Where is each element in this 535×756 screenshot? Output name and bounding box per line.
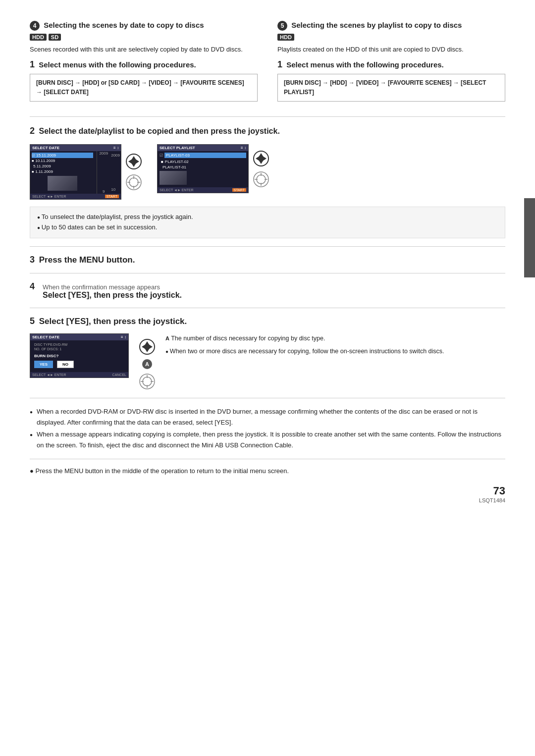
svg-marker-4 xyxy=(135,159,139,164)
circle-4: 4 xyxy=(30,21,40,31)
date-row-selected: ☑ 15.11.2009 xyxy=(32,153,93,158)
two-column-sections: 4 Selecting the scenes by date to copy t… xyxy=(30,20,505,108)
section5-desc: Playlists created on the HDD of this uni… xyxy=(277,45,505,54)
divider-6 xyxy=(30,459,505,459)
playlist-screen-group: SELECT PLAYLIST ≡ ↕ ☑ PLAYLIST-03 ■ PLAY… xyxy=(157,144,269,193)
step4-subtext: When the confirmation message appears xyxy=(43,283,182,291)
step3-header: 3 Press the MENU button. xyxy=(30,255,505,265)
step2-bullet-1: To unselect the date/playlist, press the… xyxy=(37,212,498,222)
side-tab xyxy=(524,198,535,277)
svg-point-5 xyxy=(132,160,136,163)
divider-5 xyxy=(30,398,505,398)
badge-row-4: HDD SD xyxy=(30,34,258,41)
screens-row: SELECT DATE ≡ ↕ ☑ 15.11.2009 ■ 10.11.200… xyxy=(30,144,505,200)
step5-screen-body: DISC TYPE:DVD-RW NO. OF DISCS: 1 BURN DI… xyxy=(30,340,128,372)
final-bullet-row: ● Press the MENU button in the middle of… xyxy=(30,467,505,475)
playlist-thumbnail xyxy=(160,171,187,185)
step5-joystick-icon-2 xyxy=(139,373,156,390)
joystick-up-icon-2 xyxy=(253,150,269,167)
step5-yes-btn[interactable]: YES xyxy=(34,361,53,368)
bottom-bullet-2: When a message appears indicating copyin… xyxy=(30,429,505,451)
date-screen-content: ☑ 15.11.2009 ■ 10.11.2009 5.11.2009 ■ 1.… xyxy=(30,151,121,194)
playlist-screen: SELECT PLAYLIST ≡ ↕ ☑ PLAYLIST-03 ■ PLAY… xyxy=(157,144,249,193)
joystick-select-icon xyxy=(125,174,142,191)
section5-step1: 1 Select menus with the following proced… xyxy=(277,59,505,70)
svg-marker-27 xyxy=(142,344,146,349)
date-screen-title: SELECT DATE ≡ ↕ xyxy=(30,145,121,151)
svg-point-31 xyxy=(143,377,152,386)
badge-hdd-5: HDD xyxy=(277,34,294,41)
section5-instruction: [BURN DISC] → [HDD] → [VIDEO] → [FAVOURI… xyxy=(277,74,505,102)
step5-header: 5 Select [YES], then press the joystick. xyxy=(30,316,505,326)
page-number: 73 xyxy=(479,485,505,497)
bottom-bullet-1: When a recorded DVD-RAM or DVD-RW disc i… xyxy=(30,406,505,428)
svg-point-29 xyxy=(145,345,149,349)
step5-row: SELECT DATE ≡ ↕ DISC TYPE:DVD-RW NO. OF … xyxy=(30,333,505,390)
step2-header: 2 Select the date/playlist to be copied … xyxy=(30,125,505,137)
step2-bullet-2: Up to 50 dates can be set in succession. xyxy=(37,222,498,233)
playlist-screen-footer: SELECT ◄► ENTER START xyxy=(158,187,248,193)
step5-note-bullet: When two or more discs are necessary for… xyxy=(165,346,505,356)
step5-note-a: A The number of discs necessary for copy… xyxy=(165,333,505,343)
joystick-select-icon-2 xyxy=(253,171,269,188)
badge-sd: SD xyxy=(49,34,61,41)
step5-disc-type: DISC TYPE:DVD-RW xyxy=(34,342,124,347)
step2-bullets: To unselect the date/playlist, press the… xyxy=(30,207,505,238)
badge-row-5: HDD xyxy=(277,34,505,41)
page-footer: 73 LSQT1484 xyxy=(30,485,505,503)
date-screen: SELECT DATE ≡ ↕ ☑ 15.11.2009 ■ 10.11.200… xyxy=(30,144,121,200)
circle-a-icon: A xyxy=(142,359,152,369)
playlist-screen-body: ☑ PLAYLIST-03 ■ PLAYLIST-02 PLAYLIST-01 xyxy=(158,151,248,187)
svg-marker-28 xyxy=(149,344,153,349)
section-date-header: 4 Selecting the scenes by date to copy t… xyxy=(30,20,258,31)
divider-4 xyxy=(30,308,505,308)
step5-screen-title: SELECT DATE ≡ ↕ xyxy=(30,334,128,340)
playlist-screen-title: SELECT PLAYLIST ≡ ↕ xyxy=(158,145,248,151)
date-screen-group: SELECT DATE ≡ ↕ ☑ 15.11.2009 ■ 10.11.200… xyxy=(30,144,142,200)
step5-notes: A The number of discs necessary for copy… xyxy=(165,333,505,356)
section4-desc: Scenes recorded with this unit are selec… xyxy=(30,45,258,54)
svg-marker-3 xyxy=(128,159,132,164)
svg-point-17 xyxy=(259,157,263,161)
date-row-2: 5.11.2009 xyxy=(32,163,93,169)
section-playlist-header: 5 Selecting the scenes by playlist to co… xyxy=(277,20,505,31)
playlist-row-3: PLAYLIST-01 xyxy=(160,164,246,170)
model-code: LSQT1484 xyxy=(479,497,505,503)
joystick-up-icon xyxy=(125,153,142,170)
section-date: 4 Selecting the scenes by date to copy t… xyxy=(30,20,258,108)
step5-middle: A xyxy=(139,333,156,390)
date-row-3: ■ 1.11.2009 xyxy=(32,169,93,174)
badge-hdd-4: HDD xyxy=(30,34,47,41)
joystick-group-2 xyxy=(253,150,269,188)
section-playlist: 5 Selecting the scenes by playlist to co… xyxy=(277,20,505,108)
playlist-row-2: ■ PLAYLIST-02 xyxy=(160,159,246,164)
svg-marker-15 xyxy=(256,156,260,161)
date-row-1: ■ 10.11.2009 xyxy=(32,158,93,163)
date-thumbnail xyxy=(48,176,77,191)
final-bullet: Press the MENU button in the middle of t… xyxy=(35,467,289,475)
step4-main: Select [YES], then press the joystick. xyxy=(43,291,182,300)
circle-5: 5 xyxy=(277,21,287,31)
step5-screen-footer: SELECT ◄► ENTER CANCEL xyxy=(30,372,128,378)
step5-disc-num: NO. OF DISCS: 1 xyxy=(34,347,124,351)
step4-row: 4 When the confirmation message appears … xyxy=(30,281,505,300)
svg-point-7 xyxy=(129,178,138,187)
step5-buttons: YES NO xyxy=(34,361,124,368)
bottom-bullets: When a recorded DVD-RAM or DVD-RW disc i… xyxy=(30,406,505,451)
step5-no-btn[interactable]: NO xyxy=(57,361,74,368)
step5-screen: SELECT DATE ≡ ↕ DISC TYPE:DVD-RW NO. OF … xyxy=(30,333,129,378)
svg-marker-16 xyxy=(263,156,267,161)
step5-joystick-icon xyxy=(139,338,156,355)
section4-step1: 1 Select menus with the following proced… xyxy=(30,59,258,70)
svg-point-19 xyxy=(257,175,266,184)
divider-2 xyxy=(30,246,505,247)
divider-3 xyxy=(30,273,505,273)
date-screen-footer: SELECT ◄► ENTER START xyxy=(30,194,121,199)
step4-section: 4 When the confirmation message appears … xyxy=(30,281,505,300)
divider-1 xyxy=(30,116,505,117)
step5-question: BURN DISC? xyxy=(34,353,124,359)
joystick-group-1 xyxy=(125,153,142,191)
section4-instruction: [BURN DISC] → [HDD] or [SD CARD] → [VIDE… xyxy=(30,74,258,102)
